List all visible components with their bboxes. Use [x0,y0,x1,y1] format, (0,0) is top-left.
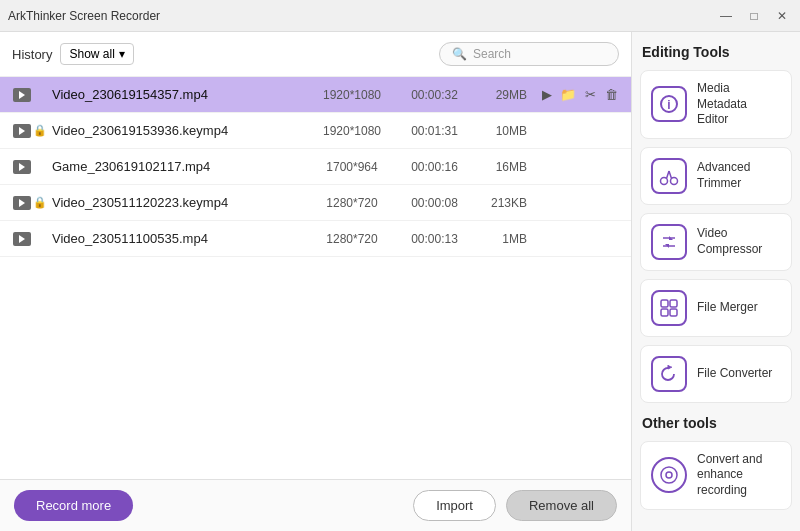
file-name: Video_230619154357.mp4 [48,87,307,102]
left-panel: History Show all ▾ 🔍 Search Video_230619… [0,32,632,531]
svg-rect-11 [670,309,677,316]
app-title: ArkThinker Screen Recorder [8,9,716,23]
file-type-icon [12,88,32,102]
tool-convert-enhance[interactable]: Convert and enhance recording [640,441,792,510]
file-resolution: 1280*720 [307,232,397,246]
file-name: Video_230619153936.keymp4 [48,123,307,138]
file-name: Video_230511120223.keymp4 [48,195,307,210]
svg-point-13 [666,472,672,478]
file-resolution: 1920*1080 [307,124,397,138]
file-list: Video_230619154357.mp4 1920*1080 00:00:3… [0,77,631,479]
file-resolution: 1920*1080 [307,88,397,102]
svg-rect-10 [661,309,668,316]
metadata-editor-icon: i [651,86,687,122]
compressor-icon [651,224,687,260]
file-size: 16MB [472,160,527,174]
file-size: 29MB [472,88,527,102]
editing-tools-title: Editing Tools [640,44,792,60]
other-tools-title: Other tools [640,415,792,431]
search-input[interactable]: Search [473,47,511,61]
file-resolution: 1280*720 [307,196,397,210]
top-bar: History Show all ▾ 🔍 Search [0,32,631,77]
file-size: 1MB [472,232,527,246]
table-row[interactable]: 🔒 Video_230619153936.keymp4 1920*1080 00… [0,113,631,149]
video-icon [13,232,31,246]
tool-file-merger[interactable]: File Merger [640,279,792,337]
convert-enhance-label: Convert and enhance recording [697,452,781,499]
file-duration: 00:01:31 [397,124,472,138]
convert-enhance-icon [651,457,687,493]
remove-all-button[interactable]: Remove all [506,490,617,521]
file-duration: 00:00:32 [397,88,472,102]
maximize-button[interactable]: □ [744,6,764,26]
converter-icon [651,356,687,392]
file-duration: 00:00:08 [397,196,472,210]
video-icon [13,88,31,102]
file-type-icon [12,232,32,246]
merger-icon [651,290,687,326]
table-row[interactable]: Video_230511100535.mp4 1280*720 00:00:13… [0,221,631,257]
history-show-all: Show all [69,47,114,61]
right-panel: Editing Tools i Media Metadata Editor [632,32,800,531]
minimize-button[interactable]: — [716,6,736,26]
file-resolution: 1700*964 [307,160,397,174]
svg-point-2 [661,177,668,184]
metadata-editor-label: Media Metadata Editor [697,81,781,128]
table-row[interactable]: Game_230619102117.mp4 1700*964 00:00:16 … [0,149,631,185]
video-icon [13,160,31,174]
window-controls: — □ ✕ [716,6,792,26]
tool-file-converter[interactable]: File Converter [640,345,792,403]
file-duration: 00:00:13 [397,232,472,246]
lock-icon: 🔒 [32,196,48,209]
import-button[interactable]: Import [413,490,496,521]
file-type-icon [12,124,32,138]
history-dropdown[interactable]: Show all ▾ [60,43,133,65]
file-size: 213KB [472,196,527,210]
file-actions: ▶ 📁 ✂ 🗑 [539,84,619,106]
svg-point-3 [671,177,678,184]
converter-label: File Converter [697,366,772,382]
svg-line-5 [669,171,672,179]
merger-label: File Merger [697,300,758,316]
table-row[interactable]: Video_230619154357.mp4 1920*1080 00:00:3… [0,77,631,113]
file-type-icon [12,196,32,210]
svg-text:i: i [667,98,670,112]
title-bar: ArkThinker Screen Recorder — □ ✕ [0,0,800,32]
lock-icon: 🔒 [32,124,48,137]
play-icon[interactable]: ▶ [539,84,554,106]
close-button[interactable]: ✕ [772,6,792,26]
file-duration: 00:00:16 [397,160,472,174]
tool-video-compressor[interactable]: Video Compressor [640,213,792,271]
video-icon [13,124,31,138]
compressor-label: Video Compressor [697,226,781,257]
tool-media-metadata-editor[interactable]: i Media Metadata Editor [640,70,792,139]
video-icon [13,196,31,210]
tool-advanced-trimmer[interactable]: Advanced Trimmer [640,147,792,205]
delete-icon[interactable]: 🗑 [604,84,619,106]
svg-rect-8 [661,300,668,307]
folder-icon[interactable]: 📁 [560,84,576,106]
file-type-icon [12,160,32,174]
chevron-down-icon: ▾ [119,47,125,61]
trimmer-label: Advanced Trimmer [697,160,781,191]
search-icon: 🔍 [452,47,467,61]
svg-rect-9 [670,300,677,307]
search-box[interactable]: 🔍 Search [439,42,619,66]
table-row[interactable]: 🔒 Video_230511120223.keymp4 1280*720 00:… [0,185,631,221]
svg-point-12 [661,467,677,483]
history-label: History [12,47,52,62]
scissor-icon[interactable]: ✂ [582,84,597,106]
main-area: History Show all ▾ 🔍 Search Video_230619… [0,32,800,531]
trimmer-icon [651,158,687,194]
file-name: Video_230511100535.mp4 [48,231,307,246]
bottom-bar: Record more Import Remove all [0,479,631,531]
file-size: 10MB [472,124,527,138]
record-more-button[interactable]: Record more [14,490,133,521]
file-name: Game_230619102117.mp4 [48,159,307,174]
